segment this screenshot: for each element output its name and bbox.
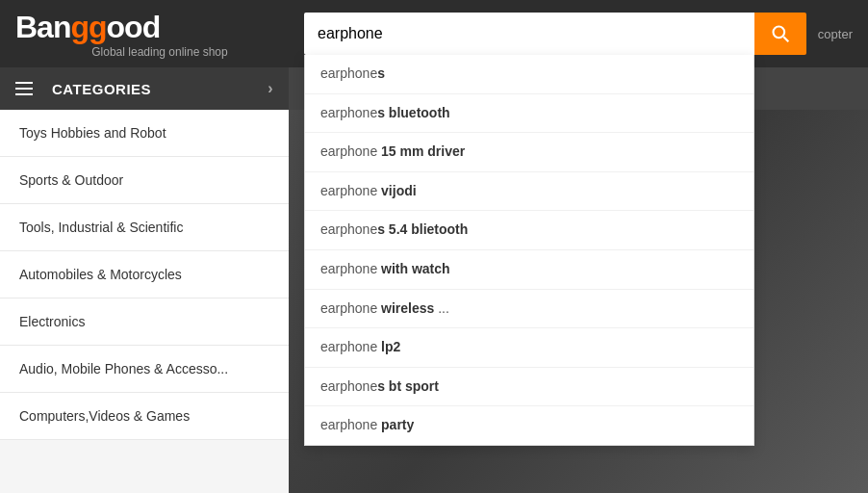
- logo: Banggood: [15, 10, 304, 45]
- categories-label: CATEGORIES: [52, 81, 151, 97]
- suggestion-item[interactable]: earphone 15 mm driver: [305, 133, 753, 172]
- categories-button[interactable]: CATEGORIES ›: [0, 67, 289, 110]
- search-input[interactable]: [304, 13, 754, 55]
- suggestion-item[interactable]: earphone wireless ...: [305, 290, 753, 329]
- search-icon: [771, 24, 790, 43]
- svg-point-0: [773, 27, 784, 39]
- sidebar: Toys Hobbies and Robot Sports & Outdoor …: [0, 110, 289, 493]
- right-nav-text: copter: [806, 27, 853, 41]
- hamburger-icon: [15, 82, 33, 95]
- suggestion-item[interactable]: earphone lp2: [305, 328, 753, 368]
- search-bar: earphones earphones bluetooth earphone 1…: [304, 13, 806, 55]
- suggestion-item[interactable]: earphones bluetooth: [305, 94, 753, 134]
- sidebar-item-sports[interactable]: Sports & Outdoor: [0, 157, 289, 204]
- suggestion-item[interactable]: earphone party: [305, 406, 753, 445]
- suggestion-item[interactable]: earphone vijodi: [305, 172, 753, 212]
- chevron-right-icon: ›: [268, 80, 273, 97]
- suggestion-item[interactable]: earphones bt sport: [305, 368, 753, 407]
- sidebar-item-tools[interactable]: Tools, Industrial & Scientific: [0, 204, 289, 251]
- suggestion-item[interactable]: earphone with watch: [305, 250, 753, 290]
- sidebar-item-electronics[interactable]: Electronics: [0, 298, 289, 346]
- sidebar-item-computers[interactable]: Computers,Videos & Games: [0, 393, 289, 440]
- sidebar-item-automobiles[interactable]: Automobiles & Motorcycles: [0, 251, 289, 298]
- header: Banggood Global leading online shop earp…: [0, 0, 868, 67]
- sidebar-item-toys[interactable]: Toys Hobbies and Robot: [0, 110, 289, 157]
- search-button[interactable]: [754, 13, 806, 55]
- logo-area: Banggood Global leading online shop: [15, 10, 304, 59]
- search-dropdown: earphones earphones bluetooth earphone 1…: [304, 55, 754, 446]
- svg-line-1: [783, 37, 788, 41]
- suggestion-item[interactable]: earphones 5.4 blietooth: [305, 211, 753, 250]
- sidebar-item-audio[interactable]: Audio, Mobile Phones & Accesso...: [0, 346, 289, 393]
- suggestion-item[interactable]: earphones: [305, 55, 753, 94]
- logo-tagline: Global leading online shop: [15, 45, 304, 59]
